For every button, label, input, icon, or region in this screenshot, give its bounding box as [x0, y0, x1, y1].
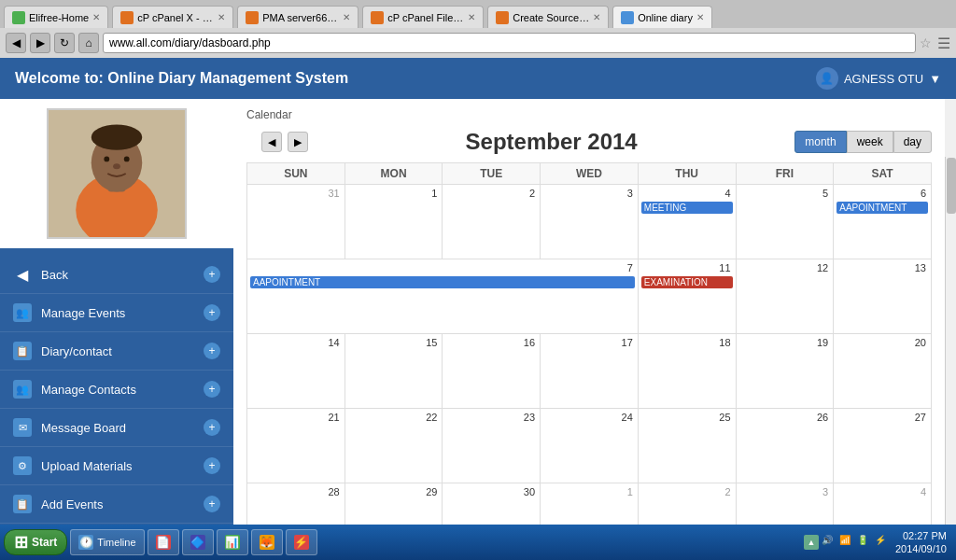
cal-cell[interactable]: 12	[736, 259, 834, 334]
nav-arrow-upload-materials: +	[204, 457, 220, 474]
nav-icon-message-board: ✉	[13, 418, 32, 437]
home-button[interactable]: ⌂	[78, 33, 99, 53]
day-number: 7	[250, 261, 635, 274]
cal-cell[interactable]: 27	[834, 409, 932, 483]
cal-cell[interactable]: 5	[736, 185, 834, 259]
cal-cell[interactable]: 13	[834, 259, 932, 334]
nav-label-upload-materials: Upload Materials	[41, 459, 204, 473]
day-number: 23	[445, 411, 537, 424]
bookmark-star[interactable]: ☆	[920, 35, 932, 50]
nav-arrow-back: +	[204, 266, 220, 283]
cal-view-btn-day[interactable]: day	[893, 131, 932, 153]
taskbar-item-1[interactable]: 📄	[148, 529, 179, 555]
cal-cell[interactable]: 16	[443, 334, 541, 409]
tab-close-icon[interactable]: ✕	[343, 12, 350, 22]
day-number: 5	[739, 187, 831, 200]
day-number: 13	[836, 261, 928, 274]
cal-cell[interactable]: 25	[638, 409, 736, 483]
start-label: Start	[32, 536, 57, 549]
cal-header-wed: WED	[541, 163, 639, 185]
cal-view-btn-week[interactable]: week	[847, 131, 893, 153]
browser-chrome: Elifree-Home ✕ cP cPanel X - MySQ ✕ PMA …	[0, 0, 956, 58]
browser-tab-tab5[interactable]: Create Source Co... ✕	[487, 6, 609, 28]
taskbar-icon-3: 📊	[225, 535, 240, 550]
nav-icon-manage-events: 👥	[13, 303, 32, 322]
back-button[interactable]: ◀	[6, 33, 26, 53]
cal-cell[interactable]: 21	[247, 409, 345, 483]
day-number: 21	[250, 411, 342, 424]
day-number: 12	[739, 261, 831, 274]
day-number: 2	[641, 485, 733, 498]
tab-label: Elifree-Home	[29, 12, 89, 23]
cal-cell[interactable]: 6AAPOINTMENT	[834, 185, 932, 259]
tray-icon-3: 📶	[839, 535, 854, 550]
reload-button[interactable]: ↻	[54, 33, 75, 53]
menu-button[interactable]: ☰	[937, 35, 950, 52]
taskbar-item-5[interactable]: ⚡	[286, 529, 317, 555]
browser-tab-tab3[interactable]: PMA server666.domai ✕	[237, 6, 358, 28]
cal-cell[interactable]: 18	[638, 334, 736, 409]
browser-tab-tab6[interactable]: Online diary ✕	[612, 6, 712, 28]
day-number: 14	[250, 336, 342, 349]
cal-prev-button[interactable]: ◀	[261, 132, 282, 152]
cal-cell[interactable]: 26	[736, 409, 834, 483]
tab-close-icon[interactable]: ✕	[696, 12, 704, 22]
day-number: 2	[445, 187, 537, 200]
nav-icon-manage-contacts: 👥	[13, 380, 32, 399]
taskbar-item-3[interactable]: 📊	[217, 529, 248, 555]
event-badge[interactable]: EXAMINATION	[641, 276, 733, 288]
browser-tab-tab2[interactable]: cP cPanel X - MySQ ✕	[112, 6, 233, 28]
sidebar-item-manage-events[interactable]: 👥 Manage Events +	[0, 294, 233, 332]
cal-cell[interactable]: 24	[541, 409, 639, 483]
sidebar-item-upload-materials[interactable]: ⚙ Upload Materials +	[0, 447, 233, 485]
cal-cell[interactable]: 23	[443, 409, 541, 483]
sidebar-item-add-events[interactable]: 📋 Add Events +	[0, 485, 233, 524]
sidebar-item-manage-contacts[interactable]: 👥 Manage Contacts +	[0, 371, 233, 409]
cal-next-button[interactable]: ▶	[288, 132, 308, 152]
user-menu[interactable]: 👤 AGNESS OTU ▼	[816, 67, 941, 90]
cal-cell[interactable]: 4MEETING	[638, 185, 736, 259]
start-button[interactable]: ⊞ Start	[4, 529, 67, 555]
tab-close-icon[interactable]: ✕	[468, 12, 475, 22]
taskbar-item-4[interactable]: 🦊	[251, 529, 283, 555]
scrollbar-thumb[interactable]	[947, 158, 956, 214]
calendar-label: Calendar	[246, 108, 292, 121]
nav-arrow-add-events: +	[204, 496, 220, 512]
user-icon: 👤	[816, 67, 838, 90]
cal-cell[interactable]: 7AAPOINTMENT	[247, 259, 639, 334]
taskbar-item-0[interactable]: 🕐 Timeline	[70, 529, 144, 555]
cal-cell[interactable]: 22	[344, 409, 443, 483]
scrollbar-track[interactable]	[945, 157, 956, 560]
cal-view-btn-month[interactable]: month	[794, 131, 846, 153]
cal-cell[interactable]: 20	[834, 334, 932, 409]
taskbar-icon-4: 🦊	[260, 535, 274, 550]
cal-header-fri: FRI	[736, 163, 834, 185]
cal-cell[interactable]: 31	[247, 185, 345, 259]
browser-tab-tab4[interactable]: cP cPanel File Mana ✕	[362, 6, 484, 28]
calendar-title: September 2014	[308, 129, 794, 155]
forward-button[interactable]: ▶	[30, 33, 50, 53]
event-badge[interactable]: MEETING	[641, 202, 733, 214]
tab-close-icon[interactable]: ✕	[593, 12, 600, 22]
cal-cell[interactable]: 3	[541, 185, 639, 259]
cal-cell[interactable]: 19	[736, 334, 834, 409]
browser-tab-tab1[interactable]: Elifree-Home ✕	[4, 6, 108, 28]
sidebar-item-message-board[interactable]: ✉ Message Board +	[0, 409, 233, 447]
day-number: 24	[543, 411, 635, 424]
event-badge[interactable]: AAPOINTMENT	[250, 276, 635, 288]
sidebar-item-back[interactable]: ◀ Back +	[0, 256, 233, 294]
cal-cell[interactable]: 14	[247, 334, 345, 409]
tab-close-icon[interactable]: ✕	[92, 12, 100, 22]
event-badge[interactable]: AAPOINTMENT	[836, 202, 928, 214]
cal-cell[interactable]: 11EXAMINATION	[638, 259, 736, 334]
clock-time: 02:27 PM	[895, 529, 947, 542]
cal-cell[interactable]: 15	[344, 334, 443, 409]
tab-close-icon[interactable]: ✕	[218, 12, 225, 22]
url-bar[interactable]	[103, 33, 916, 53]
cal-cell[interactable]: 2	[443, 185, 541, 259]
svg-point-5	[104, 157, 109, 162]
cal-cell[interactable]: 1	[344, 185, 443, 259]
cal-cell[interactable]: 17	[541, 334, 639, 409]
sidebar-item-diary-contact[interactable]: 📋 Diary/contact +	[0, 332, 233, 371]
taskbar-item-2[interactable]: 🔷	[182, 529, 214, 555]
